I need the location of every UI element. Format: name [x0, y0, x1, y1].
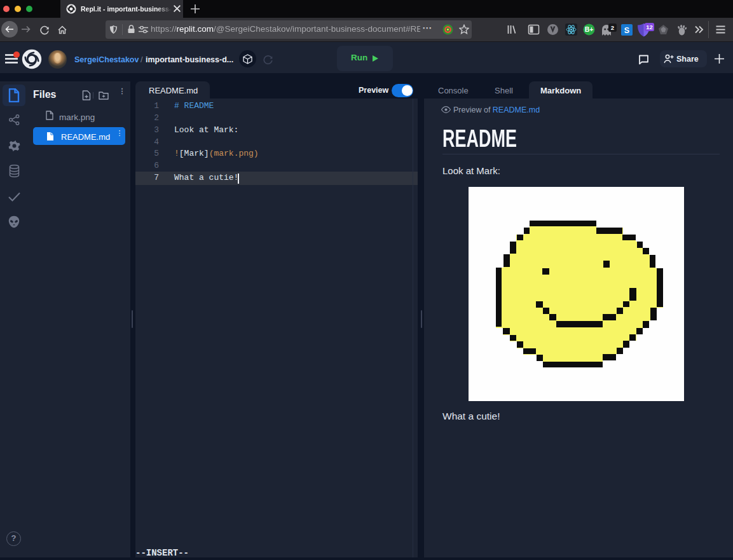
svg-text:B+: B+: [585, 25, 594, 33]
svg-text:2: 2: [611, 24, 614, 31]
svg-text:12: 12: [646, 24, 653, 31]
svg-text:S: S: [624, 26, 629, 35]
